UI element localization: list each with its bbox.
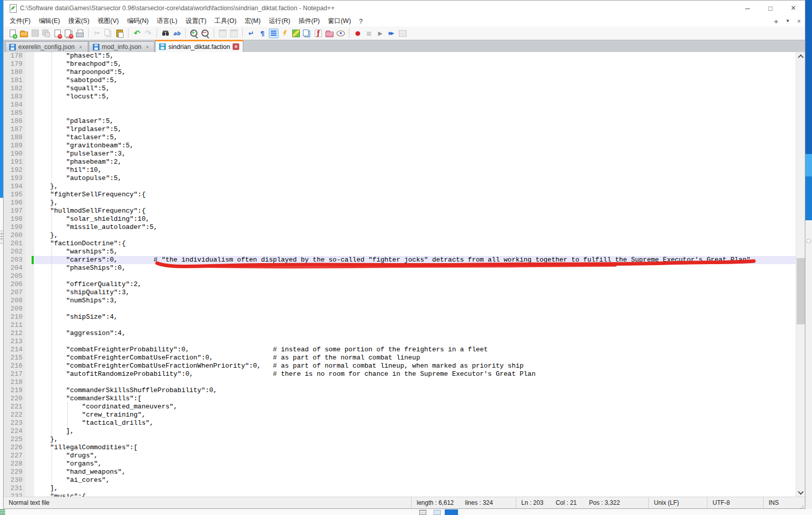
code-text[interactable]: "pulselaser":3, (34, 150, 796, 158)
code-text[interactable]: "locust":5, (34, 93, 796, 101)
tab-close-icon[interactable]: × (233, 43, 239, 50)
scroll-down-arrow[interactable] (796, 488, 805, 497)
code-text[interactable]: "warships":5, (34, 248, 796, 256)
line-number[interactable]: 196 (4, 199, 26, 207)
code-line-206[interactable]: 206 "officerQuality":2, (4, 280, 796, 289)
line-number[interactable]: 228 (4, 460, 26, 468)
scroll-up-arrow[interactable] (796, 52, 805, 61)
line-number[interactable]: 183 (4, 93, 26, 101)
menu-edit[interactable]: 编辑(E) (35, 16, 64, 27)
code-text[interactable]: "hand_weapons", (34, 468, 796, 476)
tab-mod_info.json[interactable]: mod_info.json× (89, 41, 155, 52)
code-line-209[interactable]: 209 (4, 305, 796, 313)
code-text[interactable]: }, (34, 199, 796, 207)
redo-icon[interactable]: ↷ (143, 29, 153, 38)
code-text[interactable]: "ai_cores", (34, 476, 796, 484)
marker-margin[interactable] (26, 476, 34, 484)
marker-margin[interactable] (26, 68, 34, 76)
line-number[interactable]: 225 (4, 435, 26, 444)
file-monitoring-icon[interactable] (336, 29, 345, 38)
code-text[interactable]: ], (34, 484, 796, 493)
marker-margin[interactable] (26, 207, 34, 215)
code-text[interactable] (34, 272, 796, 280)
code-text[interactable]: "combatFreighterCombatUseFractionWhenPri… (34, 362, 796, 370)
status-eol-format[interactable]: Unix (LF) (648, 497, 707, 508)
code-text[interactable]: "commanderSkills":[ (34, 395, 796, 403)
code-line-200[interactable]: 200 }, (4, 231, 796, 240)
code-line-212[interactable]: 212 "aggression":4, (4, 329, 796, 338)
line-number[interactable]: 212 (4, 329, 26, 338)
line-number[interactable]: 205 (4, 272, 26, 280)
line-number[interactable]: 218 (4, 378, 26, 387)
code-text[interactable]: "autopulse":5, (34, 174, 796, 183)
new-file-icon[interactable] (8, 29, 17, 38)
menu-language[interactable]: 语言(L) (153, 16, 181, 27)
code-text[interactable]: "music":{ (34, 493, 796, 497)
marker-margin[interactable] (26, 411, 34, 419)
line-number[interactable]: 198 (4, 215, 26, 223)
line-number[interactable]: 201 (4, 240, 26, 248)
code-line-205[interactable]: 205 (4, 272, 796, 280)
code-line-196[interactable]: 196 }, (4, 199, 796, 207)
code-text[interactable] (34, 321, 796, 329)
code-text[interactable]: "fighterSellFrequency":{ (34, 191, 796, 199)
code-text[interactable]: "combatFreighterCombatUseFraction":0, # … (34, 354, 796, 362)
marker-margin[interactable] (26, 223, 34, 231)
line-number[interactable]: 178 (4, 52, 26, 60)
marker-margin[interactable] (26, 419, 34, 427)
code-line-217[interactable]: 217 "autofitRandomizeProbability":0, # t… (4, 370, 796, 378)
code-line-228[interactable]: 228 "organs", (4, 460, 796, 468)
code-text[interactable] (34, 109, 796, 117)
code-line-178[interactable]: 178 "phasecl":5, (4, 52, 796, 60)
marker-margin[interactable] (26, 231, 34, 240)
code-text[interactable]: "organs", (34, 460, 796, 468)
code-line-190[interactable]: 190 "pulselaser":3, (4, 150, 796, 158)
menu-window[interactable]: 窗口(W) (324, 16, 355, 27)
marker-margin[interactable] (26, 256, 34, 264)
macro-play-icon[interactable]: ▶ (375, 29, 385, 38)
marker-margin[interactable] (26, 264, 34, 272)
menu-encoding[interactable]: 编码(N) (123, 16, 153, 27)
code-text[interactable] (34, 305, 796, 313)
line-number[interactable]: 197 (4, 207, 26, 215)
line-number[interactable]: 190 (4, 150, 26, 158)
menu-tools[interactable]: 工具(O) (211, 16, 241, 27)
line-number[interactable]: 220 (4, 395, 26, 403)
code-line-215[interactable]: 215 "combatFreighterCombatUseFraction":0… (4, 354, 796, 362)
code-line-218[interactable]: 218 (4, 378, 796, 387)
marker-margin[interactable] (26, 484, 34, 493)
line-number[interactable]: 179 (4, 60, 26, 68)
marker-margin[interactable] (26, 378, 34, 387)
code-line-192[interactable]: 192 "hil":10, (4, 166, 796, 174)
code-line-203[interactable]: 203 "carriers":0, # "the individualism o… (4, 256, 796, 264)
code-line-219[interactable]: 219 "commanderSkillsShuffleProbability":… (4, 387, 796, 395)
menu-help[interactable]: ? (355, 17, 367, 26)
code-text[interactable]: "combatFreighterProbability":0, # instea… (34, 346, 796, 354)
code-text[interactable]: "pdlaser":5, (34, 117, 796, 125)
code-text[interactable]: }, (34, 183, 796, 191)
find-icon[interactable] (161, 29, 170, 38)
line-number[interactable]: 221 (4, 403, 26, 411)
code-line-223[interactable]: 223 "tactical_drills", (4, 419, 796, 427)
line-number[interactable]: 187 (4, 125, 26, 134)
code-line-179[interactable]: 179 "breachpod":5, (4, 60, 796, 68)
code-text[interactable]: }, (34, 435, 796, 444)
marker-margin[interactable] (26, 305, 34, 313)
marker-margin[interactable] (26, 403, 34, 411)
line-number[interactable]: 192 (4, 166, 26, 174)
marker-margin[interactable] (26, 248, 34, 256)
code-line-210[interactable]: 210 "shipSize":4, (4, 313, 796, 321)
code-line-183[interactable]: 183 "locust":5, (4, 93, 796, 101)
code-text[interactable]: "harpoonpod":5, (34, 68, 796, 76)
code-text[interactable]: "gravitonbeam":5, (34, 142, 796, 150)
line-number[interactable]: 181 (4, 76, 26, 85)
menu-view[interactable]: 视图(V) (93, 16, 123, 27)
code-line-182[interactable]: 182 "squall":5, (4, 85, 796, 93)
zoom-out-icon[interactable]: − (200, 29, 210, 38)
line-number[interactable]: 217 (4, 370, 26, 378)
marker-margin[interactable] (26, 435, 34, 444)
marker-margin[interactable] (26, 452, 34, 460)
code-line-193[interactable]: 193 "autopulse":5, (4, 174, 796, 183)
code-line-216[interactable]: 216 "combatFreighterCombatUseFractionWhe… (4, 362, 796, 370)
code-text[interactable] (34, 338, 796, 346)
